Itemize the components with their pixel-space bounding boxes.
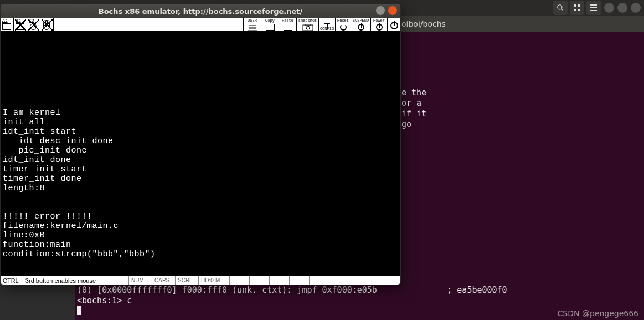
window-control-close-icon[interactable]	[631, 3, 641, 13]
bochs-title: Bochs x86 emulator, http://bochs.sourcef…	[99, 7, 303, 16]
floppy-icon	[16, 23, 24, 30]
svg-rect-2	[574, 4, 576, 7]
power-button[interactable]: Power	[370, 18, 387, 31]
status-blank	[349, 276, 369, 285]
status-hint: CTRL + 3rd button enables mouse	[1, 276, 129, 285]
status-blank	[369, 276, 400, 285]
power-off-button[interactable]	[387, 18, 400, 31]
status-blank	[310, 276, 329, 285]
copy-label: Copy	[261, 18, 279, 23]
bochs-titlebar[interactable]: Bochs x86 emulator, http://bochs.sourcef…	[1, 4, 400, 18]
svg-rect-6	[590, 4, 597, 6]
status-num: NUM	[129, 276, 152, 285]
cd-icon	[30, 23, 37, 30]
suspend-icon	[351, 23, 370, 31]
grid-icon[interactable]	[570, 1, 584, 15]
suspend-label: SUSPEND	[351, 18, 370, 23]
cpu-line: (0) [0x0000fffffff0] f000:fff0 (unk. ctx…	[77, 285, 507, 295]
svg-line-1	[561, 9, 563, 11]
host-terminal-title: oiboi/bochs	[401, 19, 446, 28]
copy-button[interactable]: Copy	[261, 18, 279, 31]
power-label: Power	[371, 18, 387, 23]
floppy-a-button[interactable]: A:	[1, 18, 14, 31]
status-blank	[250, 276, 270, 285]
window-control-max-icon[interactable]	[617, 3, 627, 13]
reset-icon	[336, 23, 351, 31]
svg-rect-8	[590, 10, 597, 11]
svg-rect-7	[590, 7, 597, 8]
floppy-b-button[interactable]: B:	[14, 18, 27, 31]
minimize-icon[interactable]	[376, 6, 385, 15]
status-blank	[270, 276, 290, 285]
power-icon	[371, 23, 387, 31]
mouse-toggle-button[interactable]	[40, 18, 54, 31]
cdrom-label: CD	[29, 18, 34, 23]
user-label: USER	[244, 18, 261, 23]
user-button[interactable]: USER	[243, 18, 261, 31]
floppy-b-label: B:	[16, 18, 21, 23]
status-blank	[230, 276, 250, 285]
bochs-window: Bochs x86 emulator, http://bochs.sourcef…	[0, 3, 401, 285]
cdrom-button[interactable]: CD	[27, 18, 40, 31]
snapshot-button[interactable]: snapshot	[296, 18, 318, 31]
status-blank	[290, 276, 310, 285]
reset-button[interactable]: Reset	[335, 18, 351, 31]
menu-icon[interactable]	[586, 1, 601, 15]
search-icon[interactable]	[553, 1, 568, 15]
config-label: CONFIG	[319, 27, 335, 31]
floppy-a-label: A:	[2, 18, 8, 23]
paste-icon	[279, 23, 296, 31]
config-button[interactable]: CONFIG	[318, 18, 335, 31]
status-blank	[329, 276, 349, 285]
bochs-toolbar: A: B: CD USER Copy	[1, 18, 400, 32]
status-hd: HD:0-M	[199, 276, 230, 285]
paste-button[interactable]: Paste	[279, 18, 296, 31]
svg-rect-3	[578, 4, 580, 7]
bochs-prompt: <bochs:1> c	[77, 296, 132, 306]
status-scrl: SCRL	[176, 276, 199, 285]
bochs-vga-screen[interactable]: I am kernel init_all idt_init start idt_…	[1, 32, 400, 276]
suspend-button[interactable]: SUSPEND	[351, 18, 370, 31]
paste-label: Paste	[279, 18, 296, 23]
bochs-statusbar: CTRL + 3rd button enables mouse NUM CAPS…	[1, 276, 400, 285]
host-terminal-right-fragment: e the or a if it go	[401, 88, 426, 130]
camera-icon	[297, 23, 318, 31]
snapshot-label: snapshot	[297, 18, 318, 23]
keyboard-icon	[248, 24, 257, 31]
floppy-icon	[2, 23, 11, 30]
svg-point-14	[306, 26, 310, 29]
terminal-cursor-icon	[77, 306, 81, 315]
status-caps: CAPS	[152, 276, 176, 285]
close-icon[interactable]	[388, 6, 397, 15]
reset-label: Reset	[336, 18, 351, 23]
mouse-icon	[43, 20, 50, 30]
copy-icon	[261, 23, 279, 31]
svg-rect-5	[578, 9, 580, 11]
watermark: CSDN @pengege666	[558, 309, 638, 318]
svg-point-0	[558, 5, 562, 9]
window-control-min-icon[interactable]	[604, 3, 614, 13]
svg-rect-4	[574, 9, 576, 11]
power-off-icon	[388, 20, 400, 31]
